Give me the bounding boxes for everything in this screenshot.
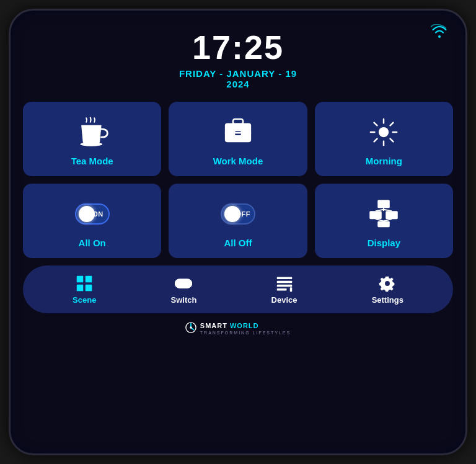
year-display: 2024 (179, 79, 297, 89)
svg-rect-26 (86, 285, 92, 292)
nav-scene[interactable]: Scene (65, 272, 104, 307)
svg-point-5 (379, 127, 389, 137)
device-nav-label: Device (271, 295, 298, 305)
all-off-button[interactable]: OFF All Off (169, 184, 307, 258)
clock-section: 17:25 FRIDAY - JANUARY - 19 2024 (179, 29, 297, 89)
svg-rect-16 (386, 211, 399, 219)
brand-subtitle: TRANSFORMING LIFESTYLES (200, 331, 291, 335)
svg-line-22 (384, 219, 392, 221)
switch-nav-label: Switch (171, 295, 197, 305)
svg-rect-14 (378, 200, 390, 208)
svg-line-20 (384, 210, 392, 211)
svg-rect-24 (86, 276, 92, 283)
main-grid: Tea Mode Work Mode (23, 102, 453, 258)
svg-rect-29 (276, 277, 292, 280)
morning-label: Morning (366, 156, 402, 166)
date-display: FRIDAY - JANUARY - 19 (179, 68, 297, 79)
work-mode-button[interactable]: Work Mode (169, 102, 307, 176)
nav-switch[interactable]: Switch (164, 272, 205, 307)
wifi-icon (431, 24, 448, 42)
display-icon (366, 197, 401, 231)
svg-rect-25 (77, 285, 84, 292)
svg-line-10 (374, 122, 377, 125)
brand-name: SMART WORLD (200, 319, 291, 331)
device-icon (275, 274, 294, 293)
toggle-off-icon: OFF (221, 197, 255, 231)
svg-rect-30 (276, 281, 292, 283)
svg-point-28 (177, 280, 183, 287)
tea-icon (75, 115, 110, 149)
nav-settings[interactable]: Settings (364, 272, 411, 307)
time-display: 17:25 (179, 29, 297, 66)
svg-line-21 (376, 219, 384, 221)
svg-rect-4 (225, 132, 251, 133)
svg-line-12 (390, 122, 394, 125)
tea-mode-button[interactable]: Tea Mode (23, 102, 161, 176)
switch-icon (174, 274, 193, 293)
svg-rect-32 (276, 288, 286, 291)
bottom-nav: Scene Switch De (23, 265, 453, 313)
brand-logo-icon (185, 322, 196, 333)
morning-button[interactable]: Morning (315, 102, 453, 176)
scene-icon (75, 274, 94, 293)
settings-nav-label: Settings (372, 295, 403, 305)
all-on-button[interactable]: ON All On (23, 184, 161, 258)
display-label: Display (368, 238, 400, 248)
svg-line-11 (390, 138, 394, 141)
scene-nav-label: Scene (73, 295, 96, 305)
svg-rect-15 (370, 211, 382, 219)
sun-icon (366, 115, 401, 149)
svg-rect-33 (289, 288, 292, 292)
svg-point-34 (385, 281, 390, 286)
device-frame: 17:25 FRIDAY - JANUARY - 19 2024 (9, 9, 467, 455)
tea-mode-label: Tea Mode (71, 156, 113, 166)
all-off-label: All Off (224, 238, 252, 248)
svg-rect-17 (378, 221, 390, 227)
svg-rect-23 (77, 276, 84, 283)
svg-point-0 (80, 142, 102, 146)
toggle-on-icon: ON (75, 197, 110, 231)
display-button[interactable]: Display (315, 184, 453, 258)
settings-icon (378, 274, 397, 293)
briefcase-icon (221, 115, 255, 149)
svg-line-19 (376, 210, 384, 211)
brand-footer: SMART WORLD TRANSFORMING LIFESTYLES (185, 319, 291, 335)
svg-rect-31 (276, 285, 292, 287)
work-mode-label: Work Mode (213, 156, 263, 166)
svg-line-13 (374, 138, 377, 141)
svg-point-36 (190, 326, 192, 329)
all-on-label: All On (79, 238, 106, 248)
nav-device[interactable]: Device (264, 272, 305, 307)
